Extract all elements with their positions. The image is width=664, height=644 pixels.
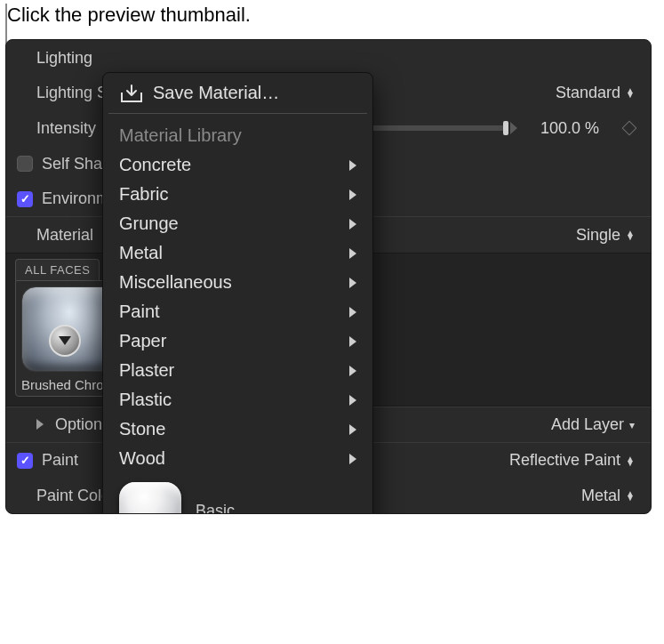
paint-color-dropdown[interactable]: Metal ▲▼ <box>581 487 635 505</box>
material-mode-dropdown[interactable]: Single ▲▼ <box>576 226 635 245</box>
chevron-right-icon <box>349 366 356 376</box>
intensity-value[interactable]: 100.0 % <box>519 119 599 138</box>
updown-icon: ▲▼ <box>626 88 635 97</box>
updown-icon: ▲▼ <box>626 456 635 465</box>
material-category-item[interactable]: Stone <box>103 415 372 444</box>
material-category-item[interactable]: Paint <box>103 297 372 326</box>
add-layer-dropdown[interactable]: Add Layer ▾ <box>551 415 635 434</box>
environment-checkbox[interactable] <box>17 191 33 207</box>
material-category-item[interactable]: Wood <box>103 444 372 473</box>
basic-label: Basic <box>196 502 235 515</box>
chevron-right-icon <box>349 278 356 288</box>
all-faces-tab[interactable]: ALL FACES <box>15 259 100 280</box>
chevron-down-icon: ▾ <box>629 419 635 431</box>
chevron-right-icon <box>349 248 356 259</box>
disclosure-triangle-icon <box>36 419 44 430</box>
menu-separator <box>108 113 367 114</box>
save-icon <box>119 84 144 103</box>
material-popup-menu: Save Material… Material Library Concrete… <box>102 72 373 514</box>
slider-knob[interactable] <box>503 121 508 135</box>
material-category-label: Plastic <box>119 390 349 410</box>
basic-swatch-icon <box>119 482 181 514</box>
material-category-item[interactable]: Plaster <box>103 356 372 385</box>
chevron-right-icon <box>349 307 356 318</box>
paint-type-value: Reflective Paint <box>509 451 620 470</box>
slider-endcap-icon <box>510 122 517 134</box>
paint-type-dropdown[interactable]: Reflective Paint ▲▼ <box>509 451 635 470</box>
material-category-label: Miscellaneous <box>119 272 349 293</box>
material-category-item[interactable]: Plastic <box>103 385 372 415</box>
paint-color-value: Metal <box>581 487 620 505</box>
thumbnail-menu-icon[interactable] <box>49 325 81 357</box>
material-category-label: Concrete <box>119 155 349 175</box>
save-material-label: Save Material… <box>153 83 356 103</box>
material-category-label: Plaster <box>119 360 349 381</box>
lighting-header: Lighting <box>6 40 651 75</box>
instruction-text: Click the preview thumbnail. <box>0 0 664 39</box>
material-library-header: Material Library <box>103 121 372 150</box>
inspector-panel: Lighting Lighting Style Standard ▲▼ Inte… <box>5 39 652 514</box>
material-category-label: Stone <box>119 419 349 439</box>
material-category-label: Paint <box>119 302 349 322</box>
material-category-label: Wood <box>119 448 349 469</box>
material-category-item[interactable]: Paper <box>103 326 372 356</box>
material-category-item[interactable]: Metal <box>103 238 372 268</box>
material-category-label: Grunge <box>119 213 349 234</box>
basic-material-item[interactable]: Basic <box>103 473 372 514</box>
updown-icon: ▲▼ <box>626 230 635 239</box>
add-layer-label: Add Layer <box>551 415 624 434</box>
lighting-style-dropdown[interactable]: Standard ▲▼ <box>556 84 635 102</box>
material-category-label: Fabric <box>119 184 349 205</box>
chevron-right-icon <box>349 219 356 229</box>
material-mode-value: Single <box>576 226 620 245</box>
material-category-item[interactable]: Concrete <box>103 150 372 180</box>
lighting-style-value: Standard <box>556 84 620 102</box>
chevron-right-icon <box>349 336 356 347</box>
updown-icon: ▲▼ <box>626 491 635 500</box>
material-category-label: Paper <box>119 331 349 351</box>
save-material-item[interactable]: Save Material… <box>103 78 372 108</box>
chevron-right-icon <box>349 454 356 464</box>
material-category-item[interactable]: Miscellaneous <box>103 268 372 297</box>
self-shadows-checkbox[interactable] <box>17 156 33 172</box>
material-category-label: Metal <box>119 243 349 263</box>
chevron-right-icon <box>349 189 356 200</box>
chevron-right-icon <box>349 395 356 406</box>
material-category-item[interactable]: Grunge <box>103 209 372 238</box>
keyframe-icon[interactable] <box>622 121 637 136</box>
paint-checkbox[interactable] <box>17 453 33 469</box>
chevron-right-icon <box>349 424 356 435</box>
material-category-item[interactable]: Fabric <box>103 180 372 209</box>
chevron-right-icon <box>349 160 356 171</box>
